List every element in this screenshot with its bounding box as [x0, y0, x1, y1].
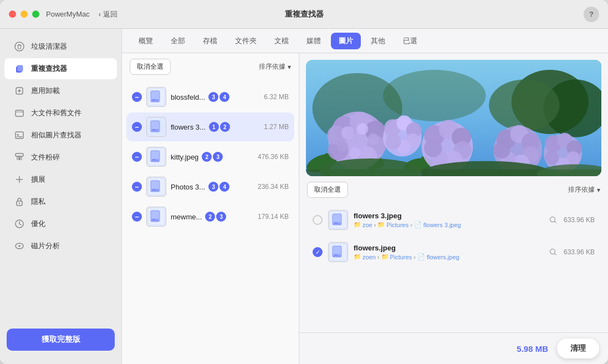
deselect-icon[interactable]: − [132, 182, 142, 192]
detail-file-name: flowers 3.jpeg [354, 212, 543, 220]
preview-image [306, 60, 601, 176]
svg-point-50 [341, 126, 354, 139]
svg-text:JPEG: JPEG [151, 99, 159, 102]
sidebar-item-disk[interactable]: 磁片分析 [4, 235, 117, 257]
detail-file-path: 📁 zoen › 📁 Pictures › [354, 253, 543, 260]
detail-file-info: flowers 3.jpeg 📁 zoe › 📁 [354, 212, 543, 228]
badge-group: 3 4 [208, 92, 229, 102]
title-bar: PowerMyMac ‹ 返回 重複查找器 ? [0, 0, 608, 29]
sidebar-item-trash[interactable]: 垃圾清潔器 [4, 36, 117, 57]
sidebar-item-privacy[interactable]: 隱私 [4, 191, 117, 212]
sort-label: 排序依據 [259, 62, 285, 71]
file-checkbox-checked[interactable]: ✓ [313, 247, 323, 257]
help-button[interactable]: ? [584, 7, 599, 22]
tab-all[interactable]: 全部 [163, 33, 193, 49]
file-icon: 📄 [414, 221, 422, 228]
file-info: mewme... 2 3 [171, 212, 253, 222]
svg-point-12 [18, 245, 21, 247]
list-toolbar: 取消全選 排序依據 ▾ [122, 53, 299, 80]
deselect-icon[interactable]: − [132, 122, 142, 132]
app-name: PowerMyMac [46, 10, 90, 18]
sidebar-uninstall-label: 應用卸載 [31, 86, 60, 96]
chevron-down-icon: ▾ [597, 186, 600, 194]
badge: 3 [213, 152, 223, 162]
file-thumbnail: JPEG [146, 87, 166, 107]
file-row[interactable]: − JPEG mewme... [126, 202, 294, 231]
sidebar-item-duplicate[interactable]: 重複查找器 [4, 58, 117, 79]
tab-selected[interactable]: 已選 [395, 33, 425, 49]
bottom-bar: 5.98 MB 清理 [299, 332, 608, 364]
minimize-button[interactable] [21, 11, 28, 18]
tab-media[interactable]: 媒體 [299, 33, 329, 49]
detail-file-thumbnail: JPEG [328, 242, 348, 262]
close-button[interactable] [9, 11, 16, 18]
sidebar-shred-label: 文件粉碎 [31, 152, 60, 162]
deselect-icon[interactable]: − [132, 92, 142, 102]
file-checkbox[interactable] [313, 215, 323, 225]
detail-sort-button[interactable]: 排序依據 ▾ [568, 185, 600, 194]
svg-point-51 [357, 123, 369, 135]
tab-overview[interactable]: 概覽 [131, 33, 161, 49]
shred-icon [13, 151, 25, 163]
folder-icon: 📁 [377, 221, 385, 228]
magnify-icon[interactable] [548, 215, 558, 225]
tab-image[interactable]: 圖片 [331, 33, 361, 49]
file-row[interactable]: − JPEG blossfeld... [126, 83, 294, 111]
file-thumbnail: JPEG [146, 177, 166, 197]
maximize-button[interactable] [32, 11, 39, 18]
disk-icon [13, 240, 25, 252]
main-layout: 垃圾清潔器 重複查找器 應用卸載 [0, 29, 608, 364]
tab-archive[interactable]: 存檔 [195, 33, 225, 49]
sidebar-item-similar[interactable]: 相似圖片查找器 [4, 125, 117, 146]
duplicate-icon [13, 63, 25, 75]
folder-icon: 📁 [354, 221, 361, 228]
file-row[interactable]: − JPEG flowers 3... [126, 112, 294, 141]
sidebar-item-large[interactable]: 大文件和舊文件 [4, 102, 117, 124]
svg-rect-5 [16, 132, 23, 139]
file-row[interactable]: − JPEG kitty.jpeg [126, 142, 294, 171]
clean-button[interactable]: 清理 [557, 339, 599, 358]
traffic-lights [9, 11, 39, 18]
tab-document[interactable]: 文檔 [267, 33, 297, 49]
svg-text:JPEG: JPEG [151, 188, 159, 192]
sidebar-item-shred[interactable]: 文件粉碎 [4, 147, 117, 168]
tab-other[interactable]: 其他 [363, 33, 393, 49]
file-name: flowers 3... 1 2 [171, 122, 259, 132]
back-button[interactable]: ‹ 返回 [99, 9, 117, 19]
detail-file-thumbnail: JPEG [328, 210, 348, 230]
svg-rect-2 [17, 65, 23, 71]
file-size: 476.36 KB [258, 153, 289, 161]
deselect-icon[interactable]: − [132, 212, 142, 222]
svg-point-63 [424, 139, 442, 157]
uninstall-icon [13, 85, 25, 97]
detail-file-info: flowers.jpeg 📁 zoen › 📁 [354, 244, 543, 260]
sidebar-item-expand[interactable]: 擴展 [4, 169, 117, 190]
sidebar-expand-label: 擴展 [31, 175, 45, 184]
detail-file-path: 📁 zoe › 📁 Pictures › [354, 221, 543, 228]
svg-point-53 [363, 146, 375, 158]
svg-point-85 [386, 134, 401, 150]
sidebar-item-optimize[interactable]: 優化 [4, 213, 117, 234]
detail-deselect-button[interactable]: 取消全選 [307, 182, 348, 198]
detail-file-row[interactable]: ✓ JPEG flowers.jpeg [307, 238, 600, 266]
detail-file-size: 633.96 KB [564, 248, 595, 256]
file-size: 236.34 KB [258, 183, 289, 191]
tab-bar: 概覽 全部 存檔 文件夾 文檔 媒體 圖片 其他 已選 [122, 29, 608, 53]
badge-group: 2 3 [205, 212, 226, 222]
get-full-version-button[interactable]: 獲取完整版 [7, 329, 115, 351]
sort-button[interactable]: 排序依據 ▾ [259, 62, 291, 71]
deselect-all-button[interactable]: 取消全選 [130, 59, 171, 75]
magnify-icon[interactable] [548, 247, 558, 257]
file-info: flowers 3... 1 2 [171, 122, 259, 132]
sidebar-item-uninstall[interactable]: 應用卸載 [4, 80, 117, 101]
tab-folder[interactable]: 文件夾 [227, 33, 264, 49]
content-area: 概覽 全部 存檔 文件夾 文檔 媒體 圖片 其他 已選 取消全選 排序依據 [122, 29, 608, 364]
deselect-icon[interactable]: − [132, 152, 142, 162]
optimize-icon [13, 218, 25, 230]
file-row[interactable]: − JPEG Photos 3... [126, 172, 294, 201]
file-name: kitty.jpeg 2 3 [171, 152, 253, 162]
sidebar-optimize-label: 優化 [31, 219, 45, 229]
detail-file-row[interactable]: JPEG flowers 3.jpeg 📁 zoe [307, 206, 600, 234]
path-folder-icon2: 📁 Pictures [377, 221, 408, 228]
detail-file-name: flowers.jpeg [354, 244, 543, 252]
